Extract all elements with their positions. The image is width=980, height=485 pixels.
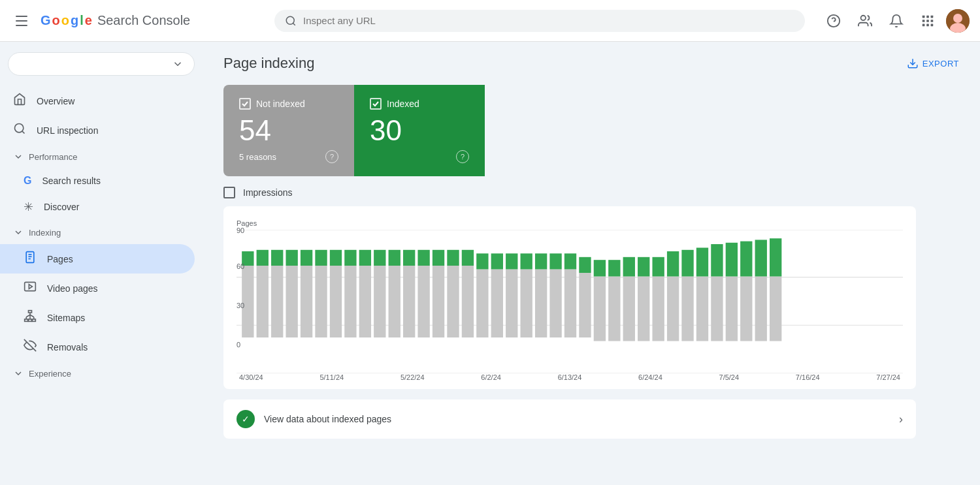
- svg-rect-23: [25, 282, 36, 290]
- svg-rect-53: [315, 250, 327, 266]
- svg-rect-8: [923, 20, 925, 22]
- sidebar-item-label: Discover: [44, 202, 79, 212]
- not-indexed-reasons: 5 reasons: [239, 152, 276, 162]
- svg-rect-73: [462, 250, 474, 266]
- svg-rect-61: [374, 250, 385, 266]
- svg-rect-71: [447, 250, 459, 266]
- svg-rect-78: [506, 270, 517, 338]
- notifications-button[interactable]: [883, 8, 909, 34]
- chart-x-axis: 4/30/24 5/11/24 5/22/24 6/2/24 6/13/24 6…: [237, 373, 903, 381]
- svg-rect-56: [344, 266, 356, 337]
- x-label-1: 4/30/24: [239, 373, 263, 381]
- svg-rect-94: [623, 277, 635, 341]
- users-icon: [858, 14, 872, 28]
- svg-rect-107: [711, 244, 723, 277]
- not-indexed-footer: 5 reasons ?: [239, 150, 338, 163]
- help-icon: [826, 14, 841, 28]
- logo-g2: g: [71, 13, 78, 28]
- home-icon: [13, 93, 26, 109]
- svg-rect-5: [923, 15, 925, 18]
- svg-rect-85: [549, 254, 561, 270]
- svg-rect-103: [681, 250, 693, 277]
- svg-rect-102: [681, 277, 693, 341]
- sidebar-item-sitemaps[interactable]: Sitemaps: [0, 303, 195, 332]
- sidebar-item-label: Search results: [42, 176, 100, 186]
- indexed-footer: ?: [370, 150, 469, 163]
- svg-rect-93: [608, 260, 620, 277]
- section-label: Indexing: [29, 228, 61, 238]
- apps-button[interactable]: [915, 8, 941, 34]
- url-search-bar[interactable]: [274, 10, 805, 32]
- svg-marker-24: [29, 285, 32, 289]
- svg-rect-113: [755, 240, 767, 277]
- svg-rect-72: [462, 266, 474, 337]
- sidebar-item-discover[interactable]: ✳ Discover: [0, 193, 195, 221]
- sidebar-section-indexing[interactable]: Indexing: [0, 221, 203, 244]
- not-indexed-label: Not indexed: [256, 99, 305, 109]
- svg-rect-89: [579, 257, 591, 273]
- sidebar-section-performance[interactable]: Performance: [0, 145, 203, 168]
- sidebar-item-pages[interactable]: Pages: [0, 244, 195, 274]
- svg-rect-96: [638, 277, 649, 341]
- svg-rect-10: [931, 20, 934, 22]
- svg-rect-90: [594, 277, 606, 341]
- indexed-help[interactable]: ?: [456, 150, 469, 163]
- x-label-9: 7/27/24: [876, 373, 900, 381]
- svg-rect-46: [271, 266, 283, 337]
- svg-rect-67: [417, 250, 429, 266]
- svg-rect-58: [359, 266, 371, 337]
- svg-rect-26: [25, 319, 28, 321]
- apps-icon: [921, 14, 935, 28]
- page-title: Page indexing: [223, 55, 314, 72]
- svg-rect-66: [417, 266, 429, 337]
- export-button[interactable]: EXPORT: [907, 57, 959, 69]
- sidebar-item-label: Pages: [47, 254, 73, 264]
- svg-rect-69: [433, 250, 444, 266]
- svg-rect-63: [389, 250, 400, 266]
- chevron-down-icon: [13, 368, 24, 379]
- property-selector[interactable]: [8, 52, 195, 76]
- sidebar-item-removals[interactable]: Removals: [0, 332, 195, 362]
- svg-line-30: [26, 315, 30, 317]
- avatar[interactable]: [946, 9, 970, 33]
- not-indexed-help[interactable]: ?: [325, 150, 338, 163]
- sidebar-section-experience[interactable]: Experience: [0, 362, 203, 385]
- video-icon: [24, 280, 37, 296]
- sidebar-item-overview[interactable]: Overview: [0, 86, 195, 116]
- section-label: Performance: [29, 152, 77, 162]
- help-button[interactable]: [821, 8, 847, 34]
- x-label-8: 7/16/24: [796, 373, 820, 381]
- chart-y-label: Pages: [237, 219, 903, 227]
- avatar-icon: [946, 9, 970, 33]
- svg-point-4: [861, 15, 866, 20]
- hamburger-icon: [16, 16, 27, 26]
- svg-point-0: [286, 16, 294, 24]
- svg-rect-62: [389, 266, 400, 337]
- bottom-card-left: ✓ View data about indexed pages: [237, 410, 391, 428]
- svg-rect-108: [726, 277, 738, 341]
- sidebar-item-search-results[interactable]: G Search results: [0, 168, 195, 193]
- app-logo: Google Search Console: [41, 13, 190, 28]
- sidebar-item-label: Overview: [37, 96, 74, 106]
- sidebar-item-video-pages[interactable]: Video pages: [0, 274, 195, 303]
- google-g-icon: G: [24, 175, 31, 187]
- impressions-checkbox[interactable]: [223, 187, 235, 198]
- svg-rect-86: [564, 270, 576, 338]
- arrow-right-icon: ›: [899, 413, 903, 426]
- indexed-card: Indexed 30 ?: [354, 85, 485, 176]
- chart-bars: [242, 239, 781, 341]
- svg-rect-44: [257, 266, 269, 337]
- svg-rect-110: [740, 277, 752, 341]
- url-search-input[interactable]: [303, 15, 794, 26]
- bottom-card-text: View data about indexed pages: [264, 414, 391, 424]
- chevron-down-icon: [172, 58, 184, 70]
- users-button[interactable]: [852, 8, 878, 34]
- menu-button[interactable]: [10, 10, 33, 31]
- topbar: Google Search Console: [0, 0, 980, 42]
- svg-rect-115: [770, 239, 781, 277]
- main-layout: Overview URL inspection Performance G Se…: [0, 42, 980, 485]
- indexed-pages-card[interactable]: ✓ View data about indexed pages ›: [223, 399, 916, 439]
- sidebar: Overview URL inspection Performance G Se…: [0, 42, 203, 485]
- sidebar-item-url-inspection[interactable]: URL inspection: [0, 116, 195, 145]
- svg-rect-114: [770, 277, 781, 341]
